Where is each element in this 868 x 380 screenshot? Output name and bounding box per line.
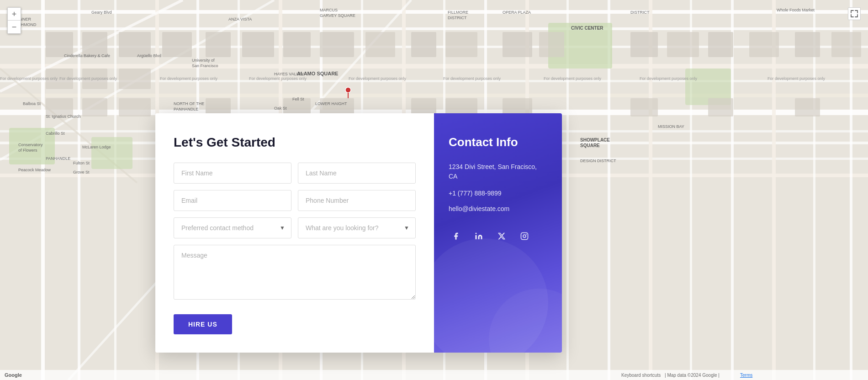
- svg-rect-73: [630, 98, 658, 116]
- svg-rect-39: [91, 137, 132, 169]
- contact-title: Contact Info: [449, 135, 547, 149]
- message-group: [174, 245, 416, 301]
- email-group: [174, 190, 291, 211]
- svg-rect-48: [119, 69, 151, 89]
- instagram-icon[interactable]: [517, 229, 532, 243]
- contact-panel: Contact Info 1234 Divi Street, San Fraci…: [434, 113, 562, 353]
- svg-rect-4: [0, 64, 868, 69]
- svg-rect-56: [503, 32, 532, 57]
- svg-text:St. Ignatius Church: St. Ignatius Church: [46, 114, 81, 119]
- svg-text:| Map data ©2024 Google |: | Map data ©2024 Google |: [665, 373, 720, 378]
- svg-rect-1: [0, 10, 868, 14]
- first-name-group: [174, 163, 291, 184]
- submit-button[interactable]: HIRE US: [174, 314, 232, 334]
- svg-text:DISTRICT: DISTRICT: [630, 10, 650, 15]
- svg-text:OPERA PLAZA: OPERA PLAZA: [503, 10, 531, 15]
- phone-input[interactable]: [298, 190, 416, 211]
- first-name-input[interactable]: [174, 163, 291, 184]
- svg-rect-45: [162, 32, 192, 57]
- svg-rect-2: [0, 27, 868, 30]
- svg-text:ANZA VISTA: ANZA VISTA: [228, 17, 252, 21]
- svg-rect-62: [795, 32, 820, 57]
- looking-for-group: What are you looking for? Buy Sell Rent …: [298, 217, 416, 238]
- looking-for-select[interactable]: What are you looking for? Buy Sell Rent: [298, 217, 416, 238]
- svg-text:PANHANDLE: PANHANDLE: [46, 156, 70, 161]
- svg-text:DISTRICT: DISTRICT: [448, 16, 467, 20]
- svg-text:Argüello Blvd: Argüello Blvd: [137, 53, 161, 58]
- svg-text:For development purposes only: For development purposes only: [349, 76, 407, 81]
- svg-rect-54: [411, 32, 436, 57]
- contact-method-select[interactable]: Preferred contact method Email Phone Tex…: [174, 217, 291, 238]
- svg-text:SQUARE: SQUARE: [580, 143, 600, 148]
- svg-rect-75: [795, 98, 820, 116]
- svg-rect-74: [708, 98, 733, 116]
- svg-text:MARCUS: MARCUS: [320, 8, 338, 12]
- svg-text:For development purposes only: For development purposes only: [443, 76, 501, 81]
- phone-group: [298, 190, 416, 211]
- zoom-in-button[interactable]: +: [8, 8, 21, 21]
- svg-text:NORTH OF THE: NORTH OF THE: [174, 101, 204, 106]
- svg-text:Balboa St: Balboa St: [23, 101, 41, 106]
- social-icons: [449, 229, 547, 243]
- svg-text:University of: University of: [192, 58, 215, 63]
- twitter-x-icon[interactable]: [494, 229, 509, 243]
- map-zoom-controls: + −: [7, 7, 21, 34]
- svg-rect-51: [283, 32, 311, 57]
- message-textarea[interactable]: [174, 245, 416, 300]
- svg-text:For development purposes only: For development purposes only: [59, 76, 117, 81]
- svg-text:Conservatory: Conservatory: [18, 142, 43, 147]
- svg-rect-52: [320, 32, 354, 57]
- contact-email: hello@diviestate.com: [449, 205, 547, 212]
- svg-text:SHOWPLACE: SHOWPLACE: [580, 137, 610, 142]
- svg-rect-49: [206, 32, 231, 57]
- last-name-group: [298, 163, 416, 184]
- dropdowns-row: Preferred contact method Email Phone Tex…: [174, 217, 416, 238]
- contact-phone: +1 (777) 888-9899: [449, 190, 547, 197]
- last-name-input[interactable]: [298, 163, 416, 184]
- form-title: Let's Get Started: [174, 135, 416, 150]
- linkedin-icon[interactable]: [471, 229, 486, 243]
- svg-text:MISSION BAY: MISSION BAY: [658, 124, 684, 129]
- svg-text:For development purposes only: For development purposes only: [0, 76, 58, 81]
- svg-text:DESIGN DISTRICT: DESIGN DISTRICT: [580, 158, 616, 163]
- svg-rect-12: [41, 0, 45, 380]
- svg-rect-61: [749, 32, 779, 57]
- svg-text:LOWER HAIGHT: LOWER HAIGHT: [315, 101, 347, 106]
- svg-text:Cabrillo St: Cabrillo St: [46, 131, 65, 136]
- form-panel: Let's Get Started Preferred contact met: [155, 113, 434, 353]
- svg-text:Cinderella Bakery & Cafe: Cinderella Bakery & Cafe: [64, 53, 110, 58]
- svg-rect-65: [82, 98, 107, 116]
- svg-rect-53: [365, 32, 395, 57]
- svg-point-131: [476, 233, 477, 234]
- svg-rect-59: [667, 32, 699, 57]
- svg-text:Whole Foods Market: Whole Foods Market: [777, 8, 815, 12]
- svg-text:GARVEY SQUARE: GARVEY SQUARE: [320, 13, 355, 18]
- svg-rect-55: [445, 32, 477, 57]
- facebook-icon[interactable]: [449, 229, 463, 243]
- svg-text:Terms: Terms: [740, 373, 752, 378]
- svg-rect-6: [0, 94, 868, 97]
- svg-text:For development purposes only: For development purposes only: [767, 76, 826, 81]
- svg-text:CIVIC CENTER: CIVIC CENTER: [571, 26, 603, 31]
- svg-text:Geary Blvd: Geary Blvd: [91, 10, 112, 15]
- svg-text:Grove St: Grove St: [73, 170, 90, 174]
- fullscreen-button[interactable]: [848, 7, 861, 20]
- svg-text:Keyboard shortcuts: Keyboard shortcuts: [621, 373, 661, 378]
- svg-text:FILLMORE: FILLMORE: [448, 10, 468, 15]
- name-row: [174, 163, 416, 184]
- svg-text:For development purposes only: For development purposes only: [640, 76, 698, 81]
- svg-text:For development purposes only: For development purposes only: [160, 76, 218, 81]
- svg-rect-126: [0, 370, 868, 380]
- svg-rect-58: [630, 32, 658, 57]
- svg-point-133: [523, 235, 526, 238]
- svg-text:For development purposes only: For development purposes only: [249, 76, 307, 81]
- svg-text:Google: Google: [5, 372, 22, 378]
- email-input[interactable]: [174, 190, 291, 211]
- svg-text:Fulton St: Fulton St: [73, 161, 90, 165]
- contact-address: 1234 Divi Street, San Fracisco, CA: [449, 162, 547, 181]
- contact-method-group: Preferred contact method Email Phone Tex…: [174, 217, 291, 238]
- zoom-out-button[interactable]: −: [8, 21, 21, 33]
- svg-rect-57: [539, 32, 564, 57]
- svg-text:HAYES VALLEY: HAYES VALLEY: [274, 72, 304, 76]
- svg-text:McLaren Lodge: McLaren Lodge: [82, 145, 111, 149]
